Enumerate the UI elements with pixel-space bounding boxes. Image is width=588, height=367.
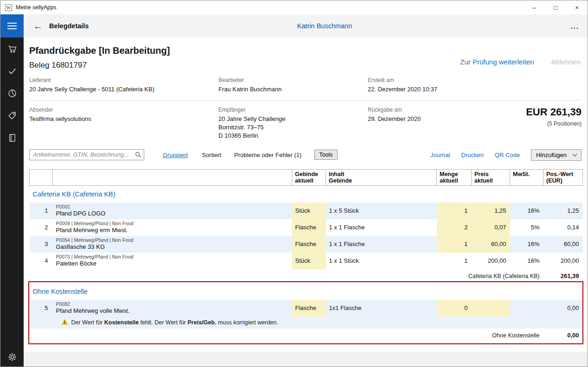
app-header: ← Belegdetails Katrin Buschmann ... [0, 14, 588, 38]
positions-table: Gebindeaktuell InhaltGebinde Mengeaktuel… [29, 169, 583, 342]
cell-row-number: 3 [30, 236, 53, 253]
cell-mwst: 16% [510, 253, 543, 269]
cell-article: P0002 Pfand DPG LOGO [53, 202, 292, 219]
table-header-row: Gebindeaktuell InhaltGebinde Mengeaktuel… [30, 170, 583, 186]
page-title: Belegdetails [49, 22, 89, 30]
checkmark-icon[interactable] [7, 66, 17, 76]
cell-mwst [510, 300, 543, 316]
cell-pos-wert: 200,00 [543, 253, 583, 269]
sidebar [0, 38, 24, 367]
header-pos-wert[interactable]: Pos.-Wert(EUR) [543, 170, 583, 186]
cell-preis[interactable]: 0,07 [472, 219, 510, 236]
document-title: Pfandrückgabe [In Bearbeitung] [29, 44, 582, 57]
header-row-number [30, 170, 53, 186]
search-input[interactable] [29, 149, 144, 160]
cell-gebinde[interactable]: Flasche [292, 219, 326, 236]
sorted-link[interactable]: Sortiert [202, 152, 221, 158]
header-mwst[interactable]: MwSt. [510, 170, 543, 186]
pie-chart-icon[interactable] [7, 88, 17, 98]
journal-link[interactable]: Journal [430, 152, 450, 158]
field-lieferant: Lieferant 20 Jahre Selly Challenge - 501… [29, 76, 218, 100]
cell-article: P0073 | Mehrweg/Pfand | Non Food Palette… [53, 253, 292, 269]
field-rueckgabe-am: Rückgabe am 29. Dezember 2020 [368, 106, 521, 140]
minimize-button[interactable]: – [524, 0, 545, 14]
header-menge[interactable]: Mengeaktuell [437, 170, 472, 186]
cell-mwst: 5% [510, 219, 543, 236]
cell-menge[interactable]: 0 [437, 300, 472, 316]
table-row[interactable]: 4 P0073 | Mehrweg/Pfand | Non Food Palet… [30, 253, 583, 269]
grouped-link[interactable]: Gruppiert [163, 152, 188, 158]
article-code: P0082 [56, 301, 292, 307]
cell-preis[interactable]: 1,25 [472, 202, 510, 219]
settings-button[interactable] [0, 352, 24, 362]
article-name: Paletten Böcke [56, 260, 292, 267]
qr-code-link[interactable]: QR Code [495, 152, 520, 158]
journal-book-icon[interactable] [7, 133, 17, 143]
header-inhalt[interactable]: InhaltGebinde [326, 170, 437, 186]
group-footer-ohne-kostenstelle: Ohne Kostenstelle 0,00 [30, 329, 583, 342]
header-preis[interactable]: Preisaktuell [472, 170, 510, 186]
price-tag-icon[interactable] [7, 110, 17, 120]
window-title: Meine sellyApps [16, 4, 56, 11]
group-footer-label: Ohne Kostenstelle [30, 329, 543, 342]
cell-gebinde[interactable]: Stück [292, 253, 326, 269]
cell-pos-wert: 1,25 [543, 202, 583, 219]
maximize-button[interactable]: □ [545, 0, 566, 14]
position-count: (5 Positionen) [521, 120, 582, 127]
table-row[interactable]: 1 P0002 Pfand DPG LOGO Stück 1 x 5 Stück… [30, 202, 583, 219]
article-name: Gasflasche 33 KG [56, 243, 292, 251]
print-link[interactable]: Drucken [461, 152, 484, 158]
header-gebinde[interactable]: Gebindeaktuell [292, 170, 326, 186]
cell-pos-wert: 0,14 [543, 219, 583, 236]
total-amount: EUR 261,39 [521, 106, 582, 118]
cell-menge[interactable]: 2 [437, 219, 472, 236]
group-footer-value: 0,00 [543, 329, 583, 342]
article-code: P0054 | Mehrweg/Pfand | Non Food [56, 237, 292, 243]
table-row[interactable]: 3 P0054 | Mehrweg/Pfand | Non Food Gasfl… [30, 236, 583, 253]
cell-gebinde[interactable]: Flasche [292, 236, 326, 253]
header-article [53, 170, 292, 186]
cell-pos-wert: 0,00 [543, 300, 583, 316]
cell-mwst: 16% [510, 202, 543, 219]
tools-button[interactable]: Tools [314, 150, 337, 160]
table-row[interactable]: 5 P0082 Pfand Mehrweg volle Mwst. Flasch… [30, 300, 583, 316]
cell-article: P0009 | Mehrweg/Pfand | Non Food Pfand M… [53, 219, 292, 236]
close-button[interactable]: × [566, 0, 588, 14]
warning-text: Der Wert für Kostenstelle fehlt. Der Wer… [71, 319, 278, 326]
field-row-2: Absender Testfirma sellysolutions Empfän… [29, 101, 582, 138]
cell-preis[interactable]: 60,00 [472, 236, 510, 253]
article-code: P0002 [56, 204, 292, 209]
field-erstellt-am: Erstellt am 22. Dezember 2020 10:37 [368, 76, 521, 100]
cell-preis[interactable] [472, 300, 510, 316]
forward-button[interactable]: Zur Prüfung weiterleiten [460, 58, 534, 66]
article-name: Pfand Mehrweg volle Mwst. [56, 307, 292, 315]
add-button[interactable]: Hinzufügen [531, 149, 582, 161]
table-row[interactable]: 2 P0009 | Mehrweg/Pfand | Non Food Pfand… [30, 219, 583, 236]
problems-link[interactable]: Probleme oder Fehler (1) [234, 152, 301, 158]
warning-icon [61, 319, 68, 326]
back-button[interactable]: ← [33, 21, 43, 31]
cell-inhalt: 1 x 1 Flasche [326, 219, 437, 236]
main-content: Pfandrückgabe [In Bearbeitung] Beleg 168… [24, 38, 588, 367]
article-code: P0073 | Mehrweg/Pfand | Non Food [56, 254, 292, 259]
cell-gebinde[interactable]: Flasche [292, 300, 326, 316]
toolbar-right: Journal Drucken QR Code Hinzufügen [430, 149, 582, 161]
more-button[interactable]: ... [570, 22, 579, 30]
bottom-bar [24, 352, 588, 367]
group-footer-label: Cafeteria KB (Cafeteria KB) [30, 269, 543, 283]
cell-inhalt: 1x1 Flasche [326, 300, 437, 316]
cell-row-number: 4 [30, 253, 53, 269]
article-name: Pfand Mehrweg erm Mwst. [56, 227, 292, 234]
menu-button[interactable] [0, 14, 24, 38]
cell-pos-wert: 60,00 [543, 236, 583, 253]
article-name: Pfand DPG LOGO [56, 210, 292, 217]
cell-menge[interactable]: 1 [437, 236, 472, 253]
toolbar: Gruppiert Sortiert Probleme oder Fehler … [29, 149, 582, 161]
cell-menge[interactable]: 1 [437, 202, 472, 219]
reject-button[interactable]: Ablehnen [551, 58, 581, 66]
shopping-cart-icon[interactable] [7, 44, 17, 54]
group-footer-cafeteria: Cafeteria KB (Cafeteria KB) 261,39 [30, 269, 583, 283]
cell-gebinde[interactable]: Stück [292, 202, 326, 219]
article-code: P0009 | Mehrweg/Pfand | Non Food [56, 221, 292, 226]
user-link[interactable]: Katrin Buschmann [297, 22, 352, 30]
